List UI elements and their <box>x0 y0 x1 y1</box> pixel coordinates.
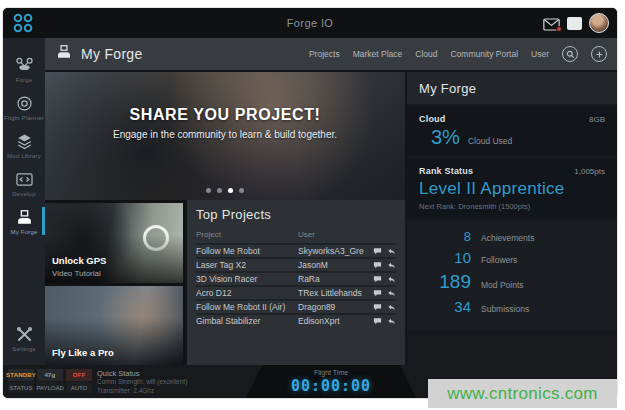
top-bar: Forge IO <box>3 8 617 38</box>
project-user: RaRa <box>298 274 364 284</box>
project-name[interactable]: Acro D12 <box>196 288 298 298</box>
video-card-fly-like-a-pro[interactable]: Fly Like a Pro <box>45 286 183 365</box>
quick-status: Quick Status Comm Strength: wifi (excell… <box>97 369 187 395</box>
status-value: STANDBY <box>8 369 34 381</box>
comment-icon[interactable] <box>373 317 382 326</box>
nav-projects[interactable]: Projects <box>309 49 340 59</box>
sidebar-item-label: Settings <box>12 346 35 352</box>
project-user: JasonM <box>298 260 364 270</box>
share-icon[interactable] <box>387 247 396 256</box>
flight-planner-icon <box>15 94 34 113</box>
project-name[interactable]: Gimbal Stabilizer <box>196 316 298 326</box>
quick-status-title: Quick Status <box>97 369 187 378</box>
stat-value: 34 <box>419 298 471 315</box>
app-title: Forge IO <box>3 17 617 29</box>
stat-value: 10 <box>419 249 471 266</box>
add-button[interactable] <box>591 46 607 62</box>
carousel-dot[interactable] <box>206 188 211 193</box>
project-name[interactable]: Follow Me Robot II (Air) <box>196 302 298 312</box>
menu-icon[interactable] <box>567 17 582 30</box>
column-project: Project <box>196 230 298 239</box>
watermark: www.cntronics.com <box>428 379 617 408</box>
stat-label: Submissions <box>481 304 529 314</box>
comment-icon[interactable] <box>373 289 382 298</box>
carousel-dot[interactable] <box>239 188 244 193</box>
carousel-dot[interactable] <box>217 188 222 193</box>
stat-label: Followers <box>481 255 517 265</box>
stat-label: Mod Points <box>481 280 524 290</box>
status-box-auto[interactable]: OFF AUTO <box>66 369 92 393</box>
nav-market-place[interactable]: Market Place <box>353 49 403 59</box>
sidebar-item-develop[interactable]: Develop <box>3 164 45 202</box>
share-icon[interactable] <box>387 303 396 312</box>
cloud-capacity: 8GB <box>589 115 605 124</box>
nav-community-portal[interactable]: Community Portal <box>450 49 518 59</box>
layers-icon <box>15 132 34 151</box>
code-icon <box>15 170 34 189</box>
rank-card: Rank Status 1,005pts Level II Apprentice… <box>407 159 617 218</box>
rank-next: Next Rank: Dronesmith (1500pts) <box>419 202 605 211</box>
rank-points: 1,005pts <box>574 167 605 176</box>
video-title: Fly Like a Pro <box>52 347 114 358</box>
comment-icon[interactable] <box>373 261 382 270</box>
nav-user[interactable]: User <box>531 49 549 59</box>
panel-title: Top Projects <box>196 207 396 222</box>
project-user: SkyworksA3_Greg <box>298 246 364 256</box>
project-name[interactable]: Laser Tag X2 <box>196 260 298 270</box>
search-button[interactable] <box>562 46 578 62</box>
hero-banner: SHARE YOU PROJECT! Engage in the communi… <box>45 72 405 200</box>
table-row[interactable]: Follow Me Robot II (Air) Dragon89 <box>196 299 396 313</box>
stat-label: Achievements <box>481 233 534 243</box>
share-icon[interactable] <box>387 261 396 270</box>
cloud-used-label: Cloud Used <box>468 136 512 146</box>
flight-time-value: 00:00:00 <box>291 377 371 395</box>
project-name[interactable]: Follow Me Robot <box>196 246 298 256</box>
project-user: TRex Littlehands <box>298 288 364 298</box>
share-icon[interactable] <box>387 317 396 326</box>
column-user: User <box>298 230 364 239</box>
comment-icon[interactable] <box>373 247 382 256</box>
nav-cloud[interactable]: Cloud <box>415 49 437 59</box>
flight-time-display: Flight Time 00:00:00 <box>246 365 416 398</box>
project-user: EdisonXprt <box>298 316 364 326</box>
drone-icon <box>15 56 34 75</box>
status-label: AUTO <box>66 382 92 393</box>
sidebar-item-flight-planner[interactable]: Flight Planner <box>3 88 45 126</box>
sidebar-item-label: My Forge <box>11 229 38 235</box>
table-row[interactable]: Gimbal Stabilizer EdisonXprt <box>196 313 396 327</box>
page-title: My Forge <box>81 46 143 62</box>
project-name[interactable]: 3D Vision Racer <box>196 274 298 284</box>
stat-submissions: 34 Submissions <box>419 298 605 315</box>
comment-icon[interactable] <box>373 275 382 284</box>
stat-followers: 10 Followers <box>419 249 605 266</box>
sidebar-item-my-forge[interactable]: My Forge <box>3 202 45 240</box>
video-card-unlock-gps[interactable]: Unlock GPS Video Tutorial <box>45 203 183 283</box>
status-label: PAYLOAD <box>37 382 63 393</box>
rank-label: Rank Status <box>419 166 473 176</box>
carousel-dot-active[interactable] <box>228 188 233 193</box>
sidebar: Forge Flight Planner Mod Library Develop <box>3 38 45 365</box>
table-row[interactable]: Follow Me Robot SkyworksA3_Greg <box>196 243 396 257</box>
messages-icon[interactable] <box>543 17 560 30</box>
stats-card: 8 Achievements 10 Followers 189 Mod Poin… <box>407 221 617 330</box>
avatar[interactable] <box>589 13 609 33</box>
my-forge-panel: My Forge Cloud 8GB 3% Cloud Used Rank St… <box>407 72 617 365</box>
table-row[interactable]: Laser Tag X2 JasonM <box>196 257 396 271</box>
table-row[interactable]: 3D Vision Racer RaRa <box>196 271 396 285</box>
table-row[interactable]: Acro D12 TRex Littlehands <box>196 285 396 299</box>
share-icon[interactable] <box>387 289 396 298</box>
status-value: 47g <box>37 369 63 381</box>
app-window: Forge IO Forge <box>3 8 617 398</box>
flight-time-label: Flight Time <box>314 369 348 376</box>
sidebar-item-forge[interactable]: Forge <box>3 50 45 88</box>
carousel-dots <box>45 188 405 193</box>
sidebar-item-settings[interactable]: Settings <box>3 319 45 357</box>
search-icon <box>566 50 575 59</box>
video-subtitle: Video Tutorial <box>52 269 101 278</box>
video-title: Unlock GPS <box>52 255 106 266</box>
sidebar-item-mod-library[interactable]: Mod Library <box>3 126 45 164</box>
comment-icon[interactable] <box>373 303 382 312</box>
table-header: Project User <box>196 228 396 243</box>
share-icon[interactable] <box>387 275 396 284</box>
page-header: My Forge Projects Market Place Cloud Com… <box>45 38 617 72</box>
